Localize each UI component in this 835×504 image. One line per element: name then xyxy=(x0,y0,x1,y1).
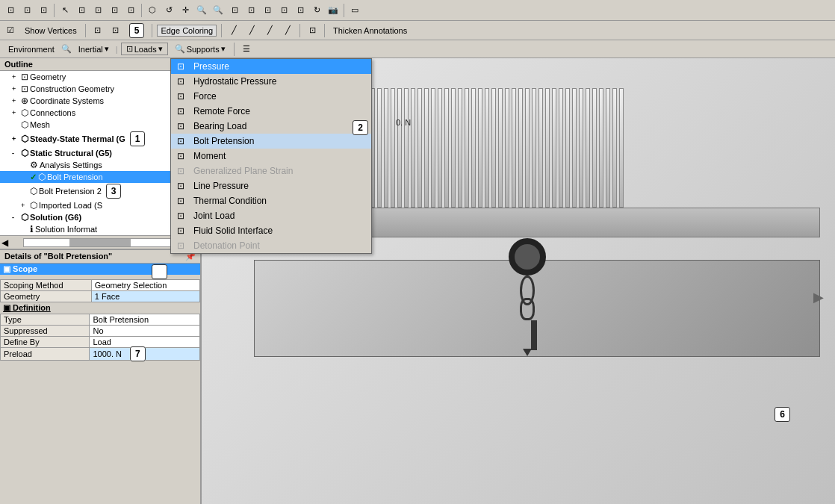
expand-solution[interactable]: - xyxy=(12,214,19,221)
refresh-icon[interactable]: ↻ xyxy=(309,3,324,18)
line-icon-2[interactable]: ╱ xyxy=(244,23,259,38)
edge-arrow-right: ▶ xyxy=(813,289,824,305)
expand-coord[interactable]: + xyxy=(12,97,19,105)
expand-thermal[interactable]: + xyxy=(12,135,19,143)
label-imported: Imported Load (S xyxy=(39,201,102,210)
3d-icon[interactable]: ⬡ xyxy=(145,3,160,18)
zoom-out-icon[interactable]: 🔍 xyxy=(211,3,226,18)
pointer-icon[interactable]: ↖ xyxy=(58,3,72,18)
expand-connections[interactable]: + xyxy=(12,109,19,116)
show-vertices-icon[interactable]: ☑ xyxy=(3,23,18,38)
line-icon-1[interactable]: ╱ xyxy=(226,23,241,38)
fin xyxy=(545,88,550,208)
label-sol-info: Solution Informat xyxy=(35,225,97,234)
fin xyxy=(565,88,570,208)
thicken-annotations-btn[interactable]: Thicken Annotations xyxy=(329,25,411,37)
fin xyxy=(592,88,597,208)
scope-collapse[interactable]: ▣ xyxy=(3,264,10,273)
menu-item-thermal-cond[interactable]: ⊡ Thermal Condition xyxy=(171,193,371,208)
menu-item-bolt-pretension[interactable]: ⊡ Bolt Pretension xyxy=(171,134,371,149)
menu-item-remote-force[interactable]: ⊡ Remote Force xyxy=(171,104,371,119)
expand-construction[interactable]: + xyxy=(12,85,19,93)
zoom-box-icon[interactable]: ⊡ xyxy=(243,3,258,18)
loads-btn[interactable]: ⊡ Loads ▾ xyxy=(121,43,168,55)
environment-btn[interactable]: Environment xyxy=(4,43,58,55)
menu-item-force[interactable]: ⊡ Force xyxy=(171,89,371,104)
paint-icon[interactable]: ⊡ xyxy=(123,3,138,18)
rotate-icon[interactable]: ↺ xyxy=(161,3,176,18)
line-icon-4[interactable]: ╱ xyxy=(280,23,295,38)
row-type: Type Bolt Pretension xyxy=(1,314,200,326)
env-pipe1: | xyxy=(116,45,118,54)
toolbar-icon-2[interactable]: ⊡ xyxy=(19,3,34,18)
joint-load-label: Joint Load xyxy=(193,211,235,221)
scroll-bar[interactable] xyxy=(23,238,177,247)
fin xyxy=(438,88,442,208)
inertial-arrow: ▾ xyxy=(105,44,109,54)
expand-geometry[interactable]: + xyxy=(12,73,19,81)
expand-static[interactable]: - xyxy=(12,149,19,157)
bearing-label: Bearing Load xyxy=(193,121,246,131)
zoom-fit-icon[interactable]: ⊡ xyxy=(227,3,242,18)
toolbar-icon-3[interactable]: ⊡ xyxy=(36,3,51,18)
def-collapse[interactable]: ▣ xyxy=(3,303,10,312)
def-label: Definition xyxy=(13,303,51,312)
frame-icon[interactable]: ▭ xyxy=(347,3,362,18)
menu-item-hydrostatic[interactable]: ⊡ Hydrostatic Pressure xyxy=(171,74,371,89)
label-bolt2: Bolt Pretension 2 xyxy=(39,187,102,196)
wireframe2-icon[interactable]: ⊡ xyxy=(108,23,123,38)
list-icon[interactable]: ☰ xyxy=(239,42,254,57)
select-icon[interactable]: ⊡ xyxy=(74,3,89,18)
expand-imported[interactable]: + xyxy=(21,202,28,209)
fin xyxy=(451,88,456,208)
zoom-100-icon[interactable]: ⊡ xyxy=(293,3,308,18)
zoom-in-icon[interactable]: 🔍 xyxy=(194,3,209,18)
zoom-prev-icon[interactable]: ⊡ xyxy=(260,3,275,18)
fin xyxy=(491,88,496,208)
expand-bolt[interactable] xyxy=(21,173,28,181)
spring-coil-2 xyxy=(520,298,535,320)
edge-coloring-btn[interactable]: Edge Coloring xyxy=(157,25,217,37)
pressure-label: Pressure xyxy=(193,61,229,72)
expand-sol-info[interactable] xyxy=(21,225,28,233)
scroll-left-btn[interactable]: ◀ xyxy=(0,237,10,248)
env-sep1: 🔍 xyxy=(61,44,72,54)
menu-item-moment[interactable]: ⊡ Moment xyxy=(171,149,371,164)
fin xyxy=(377,88,382,208)
expand-analysis[interactable] xyxy=(21,161,28,169)
zoom-next-icon[interactable]: ⊡ xyxy=(276,3,291,18)
inertial-btn[interactable]: Inertial ▾ xyxy=(75,43,113,55)
cell-type-value: Bolt Pretension xyxy=(90,314,200,326)
loads-icon: ⊡ xyxy=(126,44,133,54)
fluid-solid-label: Fluid Solid Interface xyxy=(193,225,273,236)
lasso-icon[interactable]: ⊡ xyxy=(107,3,122,18)
spacing-icon[interactable]: ⊡ xyxy=(305,23,320,38)
expand-mesh[interactable] xyxy=(12,121,19,128)
menu-item-pressure[interactable]: ⊡ Pressure xyxy=(171,59,371,74)
gen-plane-icon: ⊡ xyxy=(177,166,189,176)
expand-bolt2[interactable] xyxy=(21,187,28,195)
menu-item-fluid-solid[interactable]: ⊡ Fluid Solid Interface xyxy=(171,223,371,238)
box-select-icon[interactable]: ⊡ xyxy=(90,3,105,18)
wireframe-icon[interactable]: ⊡ xyxy=(90,23,105,38)
supports-btn[interactable]: 🔍 Supports ▾ xyxy=(171,43,229,55)
lower-base xyxy=(254,260,820,357)
toolbar-icon-1[interactable]: ⊡ xyxy=(3,3,18,18)
menu-item-joint-load[interactable]: ⊡ Joint Load xyxy=(171,208,371,223)
badge-5: 5 xyxy=(129,23,145,38)
show-vertices-btn[interactable]: Show Vertices xyxy=(21,25,81,37)
fin xyxy=(586,88,590,208)
menu-item-bearing[interactable]: ⊡ Bearing Load 2 xyxy=(171,119,371,134)
pressure-icon: ⊡ xyxy=(177,61,189,72)
remote-force-label: Remote Force xyxy=(193,106,250,116)
move-icon[interactable]: ✛ xyxy=(178,3,193,18)
line-icon-3[interactable]: ╱ xyxy=(262,23,277,38)
menu-item-line-pressure[interactable]: ⊡ Line Pressure xyxy=(171,178,371,193)
fin xyxy=(444,88,449,208)
label-geometry: Geometry xyxy=(30,72,66,81)
fin xyxy=(619,88,624,208)
screenshot-icon[interactable]: 📷 xyxy=(326,3,341,18)
check-bolt: ✓ xyxy=(30,172,37,182)
cell-geo-value: 1 Face xyxy=(91,291,199,302)
line-pressure-icon: ⊡ xyxy=(177,181,189,191)
